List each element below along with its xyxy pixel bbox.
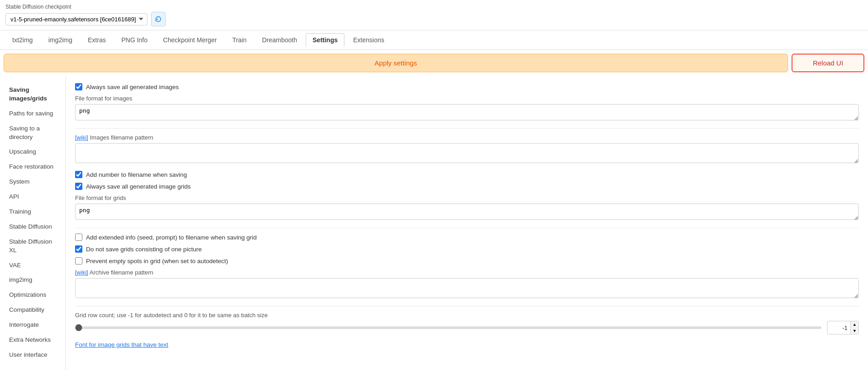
sidebar-item-face-restoration[interactable]: Face restoration [5,160,60,174]
nav-tabs: txt2img img2img Extras PNG Info Checkpoi… [0,30,868,50]
grid-row-count-label: Grid row count; use -1 for autodetect an… [75,312,859,319]
main-content: Saving images/grids Paths for saving Sav… [0,76,868,370]
always-save-images-checkbox[interactable] [75,83,82,90]
always-save-grids-row: Always save all generated image grids [75,183,859,190]
file-format-images-wrapper: png ◢ [75,104,859,122]
reload-ui-button[interactable]: Reload UI [792,54,864,72]
action-bar: Apply settings Reload UI [0,50,868,76]
prevent-empty-spots-label[interactable]: Prevent empty spots in grid (when set to… [86,258,228,264]
sidebar-item-saving-images[interactable]: Saving images/grids [5,83,60,106]
sidebar-item-training[interactable]: Training [5,205,60,219]
file-format-grids-input[interactable]: png [75,204,859,220]
grid-row-count-up[interactable]: ▲ [851,321,858,328]
grid-row-count-number-box: -1 ▲ ▼ [827,321,859,334]
tab-img2img[interactable]: img2img [41,33,79,47]
sidebar-item-compatibility[interactable]: Compatibility [5,303,60,317]
divider-1 [75,128,859,129]
sidebar: Saving images/grids Paths for saving Sav… [0,76,66,370]
add-number-filename-checkbox[interactable] [75,171,82,178]
sidebar-item-api[interactable]: API [5,190,60,204]
sidebar-item-user-interface[interactable]: User interface [5,348,60,362]
archive-filename-pattern-input[interactable] [75,278,859,298]
file-format-grids-row: File format for grids png ◢ [75,194,859,221]
add-number-filename-label[interactable]: Add number to filename when saving [86,171,187,178]
add-extended-info-label[interactable]: Add extended info (seed, prompt) to file… [86,234,257,241]
checkpoint-dropdown[interactable]: v1-5-pruned-emaonly.safetensors [6ce0161… [5,13,147,25]
tab-train[interactable]: Train [226,33,253,47]
do-not-save-grids-checkbox[interactable] [75,245,82,253]
file-format-images-row: File format for images png ◢ [75,95,859,122]
font-for-grids-row: Font for image grids that have text [75,341,859,348]
sidebar-item-optimizations[interactable]: Optimizations [5,288,60,302]
tab-extensions[interactable]: Extensions [346,33,391,47]
file-format-images-input[interactable]: png [75,104,859,120]
checkpoint-label: Stable Diffusion checkpoint [5,4,863,10]
images-filename-pattern-label: [wiki] Images filename pattern [75,134,859,141]
always-save-images-row: Always save all generated images [75,83,859,90]
file-format-grids-wrapper: png ◢ [75,204,859,221]
divider-3 [75,306,859,306]
archive-filename-pattern-wrapper: ◢ [75,278,859,299]
sidebar-item-img2img[interactable]: img2img [5,273,60,287]
settings-panel: Always save all generated images File fo… [66,76,868,370]
grid-row-count-spinners: ▲ ▼ [850,321,858,334]
grid-row-count-down[interactable]: ▼ [851,328,858,334]
checkpoint-select: v1-5-pruned-emaonly.safetensors [6ce0161… [5,12,863,26]
tab-dreambooth[interactable]: Dreambooth [255,33,304,47]
prevent-empty-spots-checkbox[interactable] [75,257,82,264]
tab-settings[interactable]: Settings [306,33,344,47]
tab-txt2img[interactable]: txt2img [5,33,40,47]
sidebar-item-extra-networks[interactable]: Extra Networks [5,333,60,347]
font-for-grids-label[interactable]: Font for image grids that have text [75,341,168,348]
sidebar-item-saving-directory[interactable]: Saving to a directory [5,122,60,145]
images-filename-pattern-input[interactable] [75,143,859,163]
tab-png-info[interactable]: PNG Info [115,33,155,47]
sidebar-item-stable-diffusion-xl[interactable]: Stable Diffusion XL [5,235,60,258]
sidebar-item-upscaling[interactable]: Upscaling [5,145,60,159]
sidebar-item-interrogate[interactable]: Interrogate [5,318,60,332]
sidebar-item-stable-diffusion[interactable]: Stable Diffusion [5,220,60,234]
grid-row-count-slider[interactable] [75,327,822,329]
archive-filename-pattern-row: [wiki] Archive filename pattern ◢ [75,269,859,299]
always-save-grids-checkbox[interactable] [75,183,82,190]
top-bar: Stable Diffusion checkpoint v1-5-pruned-… [0,0,868,30]
do-not-save-grids-label[interactable]: Do not save grids consisting of one pict… [86,246,202,253]
file-format-images-label: File format for images [75,95,859,102]
always-save-images-label[interactable]: Always save all generated images [86,84,179,90]
images-filename-pattern-wrapper: ◢ [75,143,859,165]
grid-row-count-value: -1 [828,323,850,333]
apply-settings-button[interactable]: Apply settings [4,54,788,72]
sidebar-item-system[interactable]: System [5,175,60,189]
file-format-grids-label: File format for grids [75,194,859,201]
tab-checkpoint-merger[interactable]: Checkpoint Merger [156,33,223,47]
sidebar-item-paths[interactable]: Paths for saving [5,107,60,121]
images-filename-pattern-row: [wiki] Images filename pattern ◢ [75,134,859,165]
wiki-link-images[interactable]: [wiki] [75,134,88,141]
prevent-empty-spots-row: Prevent empty spots in grid (when set to… [75,257,859,264]
grid-row-count-slider-row: -1 ▲ ▼ [75,321,859,334]
sidebar-item-vae[interactable]: VAE [5,259,60,273]
add-extended-info-checkbox[interactable] [75,234,82,241]
archive-filename-pattern-label: [wiki] Archive filename pattern [75,269,859,276]
do-not-save-grids-row: Do not save grids consisting of one pict… [75,245,859,253]
add-number-filename-row: Add number to filename when saving [75,171,859,178]
divider-2 [75,228,859,228]
grid-row-count-row: Grid row count; use -1 for autodetect an… [75,312,859,334]
add-extended-info-row: Add extended info (seed, prompt) to file… [75,234,859,241]
always-save-grids-label[interactable]: Always save all generated image grids [86,183,191,190]
wiki-link-archive[interactable]: [wiki] [75,269,88,276]
tab-extras[interactable]: Extras [81,33,113,47]
refresh-checkpoint-button[interactable] [151,12,166,26]
